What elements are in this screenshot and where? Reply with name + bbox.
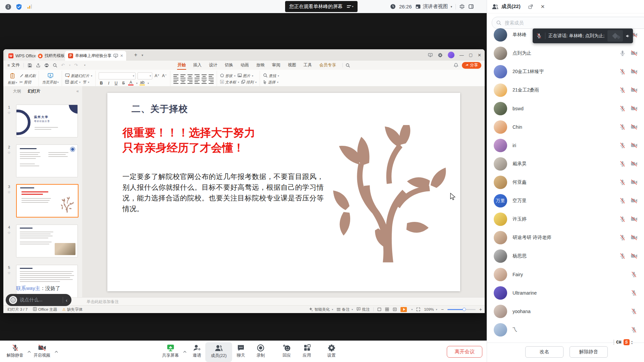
unmute-button[interactable]: 解除静音 [570,346,608,358]
mic-status-icon[interactable] [619,86,626,94]
current-slide[interactable]: 二、关于择校 很重要！！！选择大于努力 只有亲身经历了才会懂！ 一定要多了解院校… [107,93,460,291]
theme-indicator[interactable]: Office 主题 [33,307,57,312]
mic-status-icon[interactable] [619,142,626,149]
ribbon-tab-review[interactable]: 审阅 [268,61,284,70]
justify-icon[interactable] [195,80,200,84]
font-size-select[interactable]: ▾ [138,72,152,79]
slide-thumbnail-4[interactable]: 4 ☆ [3,225,82,258]
paste-button[interactable]: 粘贴▾ [8,73,17,85]
missing-font-warning[interactable]: ⚠ 缺失字体 [62,307,83,312]
member-row[interactable]: yoohana [487,302,644,320]
cut-button[interactable]: ✂ 剪切 [19,80,36,85]
increase-font-icon[interactable]: A⁺ [154,73,160,78]
save-icon[interactable] [28,63,32,68]
outline-tab[interactable]: 大纲 [13,88,21,94]
camera-status-icon[interactable] [630,142,638,149]
underline-button[interactable]: U [113,81,119,85]
ribbon-tab-transition[interactable]: 切换 [221,61,237,70]
ribbon-tab-insert[interactable]: 插入 [190,61,205,70]
toggle-sidebar-icon[interactable] [468,4,474,9]
decrease-indent-icon[interactable] [187,74,193,78]
member-row[interactable]: 乁 [487,320,644,339]
camera-status-icon[interactable] [630,216,638,223]
fit-slide-icon[interactable] [416,307,420,311]
zoom-out-icon[interactable]: − [441,307,444,312]
slideshow-play-button[interactable] [400,307,407,312]
camera-status-icon[interactable] [630,105,638,112]
align-right-icon[interactable] [187,80,193,84]
slide-sorter-icon[interactable] [385,307,389,311]
ribbon-tab-design[interactable]: 设计 [205,61,221,70]
numbered-list-icon[interactable] [180,74,185,78]
columns-icon[interactable] [209,80,214,84]
select-button[interactable]: 选择▾ [263,80,279,85]
mic-status-icon[interactable] [630,289,638,297]
ribbon-tab-view[interactable]: 视图 [284,61,300,70]
camera-status-icon[interactable] [630,50,638,57]
slides-tab[interactable]: 幻灯片 [28,88,41,94]
leave-meeting-button[interactable]: 离开会议 [447,346,482,358]
member-row[interactable]: 许玉婷 [487,210,644,228]
start-video-button[interactable]: 开启视频 [30,343,54,358]
settings-button[interactable]: 设置 [319,343,343,358]
mic-status-icon[interactable] [619,234,626,241]
text-direction-icon[interactable] [209,74,214,78]
minimize-icon[interactable]: — [460,53,464,58]
bullet-list-icon[interactable] [173,74,178,78]
line-spacing-icon[interactable] [202,74,207,78]
close-window-icon[interactable]: ✕ [478,53,481,58]
mic-status-icon[interactable] [619,68,626,75]
security-shield-icon[interactable] [15,3,22,10]
exit-fullscreen-icon[interactable] [459,4,465,9]
collapse-chat-icon[interactable]: ‹ [66,298,68,303]
export-icon[interactable] [36,63,41,68]
tab-current-document[interactable]: P 单林峰上岸经验分享 ✕ [65,51,126,61]
member-row[interactable]: 20金工1林臻宇 [487,62,644,81]
zoom-level[interactable]: 109%▾ [424,307,437,311]
member-row[interactable]: 21金工2桑雨 [487,81,644,99]
decrease-font-icon[interactable]: A⁻ [162,73,167,78]
tab-wps-home[interactable]: W WPS Office [5,51,39,61]
record-button[interactable]: 录制 [249,343,273,358]
member-search-input[interactable] [504,20,644,26]
mic-status-icon[interactable] [619,216,626,223]
notes-button[interactable]: 备注▾ [337,307,353,312]
sogou-ime-icon[interactable]: S [624,339,630,345]
ribbon-search-icon[interactable] [345,63,350,68]
textbox-button[interactable]: A 文本框▾ [220,80,239,85]
zoom-in-icon[interactable]: + [479,307,482,312]
align-left-icon[interactable] [173,80,178,84]
rename-button[interactable]: 改名 [525,346,564,358]
comments-button[interactable]: 批注 [357,307,370,312]
close-panel-icon[interactable]: ✕ [541,4,545,10]
notify-icon[interactable] [453,63,459,68]
slide-thumbnail-3-selected[interactable]: 3 ☆ [3,184,82,218]
format-painter-button[interactable]: 格式刷 [19,73,36,78]
member-row[interactable]: 点到为止 [487,44,644,62]
font-family-select[interactable]: ▾ [99,72,136,79]
increase-indent-icon[interactable] [195,74,200,78]
tab-list-icon[interactable]: ▾ [142,53,143,57]
arrange-button[interactable]: 排列▾ [241,80,257,85]
file-menu[interactable]: ≡ 文件 [7,62,20,68]
star-icon[interactable]: ☆ [7,231,11,235]
ribbon-tab-home[interactable]: 开始 [174,61,190,70]
reading-view-icon[interactable] [393,307,397,311]
star-icon[interactable]: ☆ [7,190,11,194]
video-options-caret[interactable] [55,348,58,354]
screen-cast-icon[interactable] [428,53,433,57]
member-row[interactable]: Ultramarine [487,284,644,302]
camera-status-icon[interactable] [630,86,638,94]
shapes-button[interactable]: 形状▾ [220,73,235,78]
camera-status-icon[interactable] [630,160,638,168]
mic-status-icon[interactable] [619,50,626,57]
camera-status-icon[interactable] [630,123,638,131]
account-avatar[interactable] [448,52,454,58]
ribbon-tab-slideshow[interactable]: 放映 [253,61,268,70]
settings-gear-icon[interactable] [438,53,443,58]
member-row[interactable]: 戴承昊 [487,155,644,173]
member-row[interactable]: 杨思思 [487,247,644,265]
smart-beautify-button[interactable]: 智能美化▾ [309,307,333,312]
align-center-icon[interactable] [180,80,185,84]
mic-status-icon[interactable] [619,197,626,204]
